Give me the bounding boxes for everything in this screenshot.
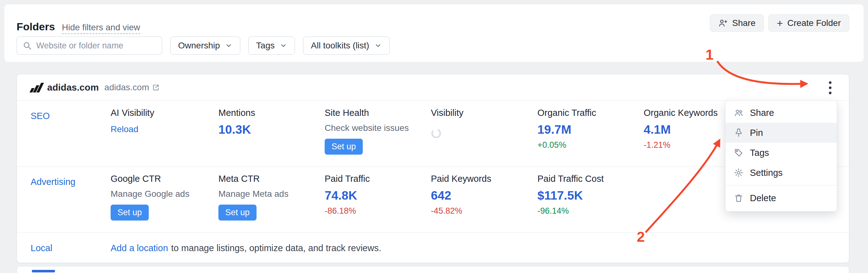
- gear-icon: [734, 168, 744, 178]
- metric-meta-ctr: Meta CTR Manage Meta ads Set up: [218, 174, 321, 220]
- reload-link[interactable]: Reload: [111, 124, 138, 134]
- menu-divider: [725, 185, 837, 186]
- metric-note: Manage Meta ads: [218, 189, 321, 199]
- people-icon: [734, 108, 744, 118]
- metric-title: Mentions: [218, 108, 321, 118]
- metric-change: -96.14%: [537, 206, 641, 216]
- tag-icon: [734, 148, 744, 158]
- share-button-label: Share: [732, 18, 755, 28]
- toolkits-dropdown-label: All toolkits (list): [311, 40, 369, 51]
- share-button[interactable]: Share: [710, 14, 764, 32]
- metric-note: Check website issues: [324, 123, 428, 133]
- google-ctr-setup-button[interactable]: Set up: [111, 205, 149, 220]
- menu-item-label: Delete: [750, 193, 776, 203]
- metric-title: Meta CTR: [218, 174, 321, 184]
- folder-context-menu: Share Pin Tags Settings Delete: [725, 100, 837, 211]
- metric-site-health: Site Health Check website issues Set up: [324, 108, 428, 155]
- seo-row: SEO AI Visibility Reload Mentions 10.3K …: [17, 101, 849, 167]
- create-folder-label: Create Folder: [787, 18, 841, 28]
- kebab-menu-button[interactable]: [823, 80, 838, 96]
- chevron-down-icon: [374, 42, 382, 49]
- folder-domain-link[interactable]: adidas.com: [104, 83, 160, 92]
- create-folder-button[interactable]: + Create Folder: [768, 14, 849, 32]
- trash-icon: [734, 193, 744, 203]
- metric-title: Google CTR: [111, 174, 214, 184]
- metric-change: -45.82%: [431, 206, 534, 216]
- metric-title: Paid Traffic Cost: [537, 174, 641, 184]
- local-row: Local Add a locationto manage listings, …: [17, 233, 849, 263]
- seo-link[interactable]: SEO: [31, 111, 50, 121]
- page-title: Folders: [17, 21, 55, 33]
- metric-paid-keywords: Paid Keywords 642 -45.82%: [431, 174, 534, 216]
- advertising-row: Advertising Google CTR Manage Google ads…: [17, 167, 849, 233]
- metric-title: Site Health: [324, 108, 428, 118]
- local-link[interactable]: Local: [31, 243, 52, 253]
- plus-icon: +: [777, 18, 783, 28]
- loading-spinner-icon: [431, 128, 441, 139]
- menu-item-label: Settings: [750, 168, 783, 178]
- metric-value[interactable]: 19.7M: [537, 123, 641, 136]
- site-health-setup-button[interactable]: Set up: [324, 139, 363, 155]
- page-header-panel: Folders Hide filters and view Share + Cr…: [4, 4, 864, 62]
- metric-title: AI Visibility: [111, 108, 214, 118]
- metric-organic-traffic: Organic Traffic 19.7M +0.05%: [537, 108, 641, 150]
- metric-mentions: Mentions 10.3K: [218, 108, 321, 136]
- header-actions: Share + Create Folder: [710, 14, 849, 32]
- metric-ai-visibility: AI Visibility Reload: [111, 108, 214, 134]
- user-plus-icon: [718, 19, 728, 28]
- toolkits-dropdown[interactable]: All toolkits (list): [303, 36, 390, 55]
- filter-row: Ownership Tags All toolkits (list): [17, 36, 390, 55]
- menu-item-delete[interactable]: Delete: [725, 188, 837, 208]
- search-icon: [23, 41, 32, 50]
- menu-item-tags[interactable]: Tags: [725, 143, 837, 163]
- menu-item-settings[interactable]: Settings: [725, 163, 837, 183]
- add-location-link[interactable]: Add a location: [111, 243, 168, 253]
- metric-value[interactable]: 10.3K: [218, 123, 321, 136]
- search-input[interactable]: [36, 41, 156, 51]
- chevron-down-icon: [225, 42, 232, 49]
- meta-ctr-setup-button[interactable]: Set up: [218, 205, 256, 220]
- external-link-icon: [152, 83, 160, 92]
- kebab-icon: [828, 81, 832, 95]
- metric-paid-traffic: Paid Traffic 74.8K -86.18%: [324, 174, 428, 216]
- metric-visibility: Visibility: [431, 108, 534, 140]
- menu-item-label: Tags: [750, 148, 769, 158]
- metric-paid-traffic-cost: Paid Traffic Cost $117.5K -96.14%: [537, 174, 641, 216]
- adidas-logo-icon: [31, 83, 41, 92]
- metric-title: Paid Traffic: [324, 174, 428, 184]
- local-content: Add a locationto manage listings, optimi…: [111, 243, 381, 253]
- metric-value[interactable]: 74.8K: [324, 189, 428, 203]
- advertising-link[interactable]: Advertising: [31, 177, 75, 187]
- pin-icon: [734, 128, 744, 138]
- search-box: [17, 36, 162, 55]
- ownership-dropdown[interactable]: Ownership: [170, 36, 240, 55]
- menu-item-pin[interactable]: Pin: [725, 123, 837, 143]
- folder-card-adidas: adidas.com adidas.com SEO AI Visibility …: [17, 74, 849, 263]
- menu-item-label: Pin: [750, 128, 763, 138]
- tags-dropdown-label: Tags: [256, 40, 275, 51]
- local-description: to manage listings, optimize data, and t…: [171, 243, 381, 253]
- hide-filters-link[interactable]: Hide filters and view: [62, 23, 140, 34]
- metric-change: -86.18%: [324, 206, 428, 216]
- metric-title: Paid Keywords: [431, 174, 534, 184]
- chevron-down-icon: [280, 42, 287, 49]
- metric-title: Organic Traffic: [537, 108, 641, 118]
- menu-item-share[interactable]: Share: [725, 103, 837, 123]
- ownership-dropdown-label: Ownership: [178, 40, 220, 51]
- tags-dropdown[interactable]: Tags: [248, 36, 295, 55]
- metric-change: +0.05%: [537, 140, 641, 150]
- metric-note: Manage Google ads: [111, 189, 214, 199]
- metric-google-ctr: Google CTR Manage Google ads Set up: [111, 174, 214, 220]
- folder-name: adidas.com: [47, 82, 99, 93]
- next-folder-card-partial: [17, 266, 849, 273]
- next-card-partial-content: [32, 270, 55, 272]
- folder-card-header: adidas.com adidas.com: [17, 74, 849, 101]
- metric-value[interactable]: 642: [431, 189, 534, 203]
- metric-title: Visibility: [431, 108, 534, 118]
- metric-value[interactable]: $117.5K: [537, 189, 641, 203]
- folder-domain-label: adidas.com: [104, 83, 149, 92]
- menu-item-label: Share: [750, 108, 774, 118]
